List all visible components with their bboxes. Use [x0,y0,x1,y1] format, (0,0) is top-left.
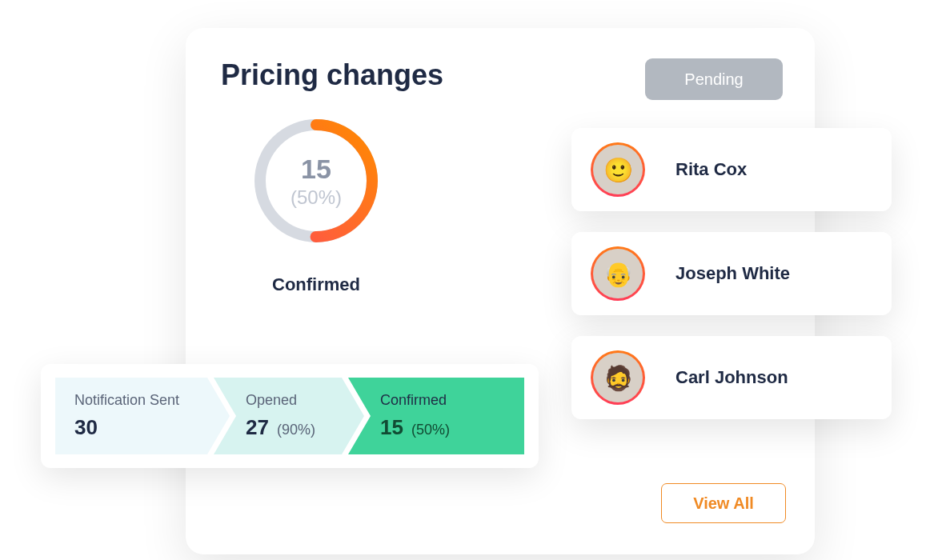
donut-chart: 15 (50%) [250,114,383,247]
confirmed-donut-widget: 15 (50%) Confirmed [250,114,383,295]
donut-percent: (50%) [291,186,342,209]
avatar: 👴 [591,246,645,301]
person-name: Rita Cox [675,159,747,180]
funnel-step-opened: Opened 27 (90%) [214,378,364,454]
donut-value: 15 [301,154,331,185]
avatar: 🙂 [591,142,645,197]
view-all-button[interactable]: View All [661,483,786,523]
funnel-step-sent: Notification Sent 30 [55,378,230,454]
avatar-image: 🙂 [593,145,643,194]
pending-label: Pending [684,70,743,89]
card-title: Pricing changes [221,58,443,92]
notification-funnel: Notification Sent 30 Opened 27 (90%) Con… [41,364,539,468]
avatar-image: 👴 [593,249,643,298]
pending-people-list: 🙂 Rita Cox 👴 Joseph White 🧔 Carl Johnson [571,128,892,440]
donut-center: 15 (50%) [250,114,383,247]
person-name: Joseph White [675,263,790,284]
funnel-step-label: Notification Sent [74,392,210,409]
pending-button[interactable]: Pending [645,58,783,100]
view-all-label: View All [693,494,754,513]
funnel-step-percent: (50%) [411,422,450,438]
funnel-step-label: Opened [246,392,345,409]
person-card[interactable]: 🙂 Rita Cox [571,128,892,211]
funnel-step-percent: (90%) [277,422,315,438]
person-card[interactable]: 👴 Joseph White [571,232,892,315]
funnel-step-value: 30 [74,415,98,440]
person-name: Carl Johnson [675,367,788,388]
avatar-image: 🧔 [593,353,643,402]
funnel-step-value: 27 [246,415,269,440]
person-card[interactable]: 🧔 Carl Johnson [571,336,892,419]
funnel-step-label: Confirmed [380,392,505,409]
avatar: 🧔 [591,350,645,405]
funnel-step-value: 15 [380,415,403,440]
donut-label: Confirmed [250,274,383,295]
funnel-step-confirmed: Confirmed 15 (50%) [348,378,524,454]
